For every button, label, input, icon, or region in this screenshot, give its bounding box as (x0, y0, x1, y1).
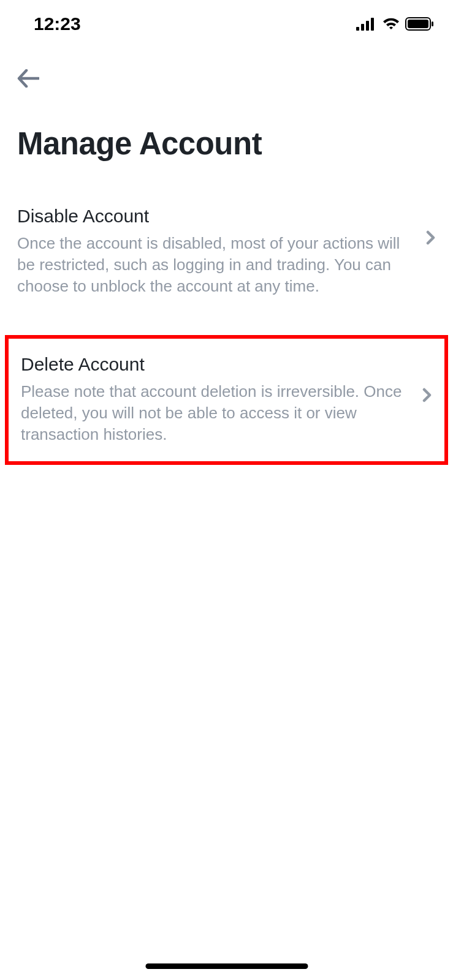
option-description: Please note that account deletion is irr… (21, 381, 410, 445)
cellular-signal-icon (356, 17, 377, 31)
svg-rect-6 (432, 21, 433, 26)
disable-account-row[interactable]: Disable Account Once the account is disa… (0, 192, 453, 311)
battery-icon (405, 17, 435, 31)
option-description: Once the account is disabled, most of yo… (17, 233, 414, 297)
status-bar: 12:23 (0, 0, 453, 37)
highlighted-delete-box: Delete Account Please note that account … (5, 335, 448, 464)
chevron-right-icon (422, 388, 432, 402)
svg-rect-0 (356, 27, 359, 31)
option-title: Disable Account (17, 206, 414, 227)
home-indicator[interactable] (145, 963, 308, 969)
arrow-left-icon (17, 69, 39, 90)
options-list: Disable Account Once the account is disa… (0, 192, 453, 465)
status-time: 12:23 (34, 13, 81, 34)
option-content: Disable Account Once the account is disa… (17, 206, 426, 297)
svg-rect-1 (361, 24, 364, 31)
page-title: Manage Account (0, 92, 453, 162)
delete-account-row[interactable]: Delete Account Please note that account … (9, 354, 444, 445)
chevron-right-icon (426, 230, 436, 245)
svg-rect-2 (366, 21, 369, 31)
back-button[interactable] (17, 67, 42, 92)
status-icons (356, 17, 435, 31)
nav-bar (0, 37, 453, 92)
option-content: Delete Account Please note that account … (21, 354, 422, 445)
svg-rect-5 (408, 20, 428, 28)
svg-rect-3 (371, 18, 374, 31)
option-title: Delete Account (21, 354, 410, 375)
wifi-icon (382, 17, 400, 31)
